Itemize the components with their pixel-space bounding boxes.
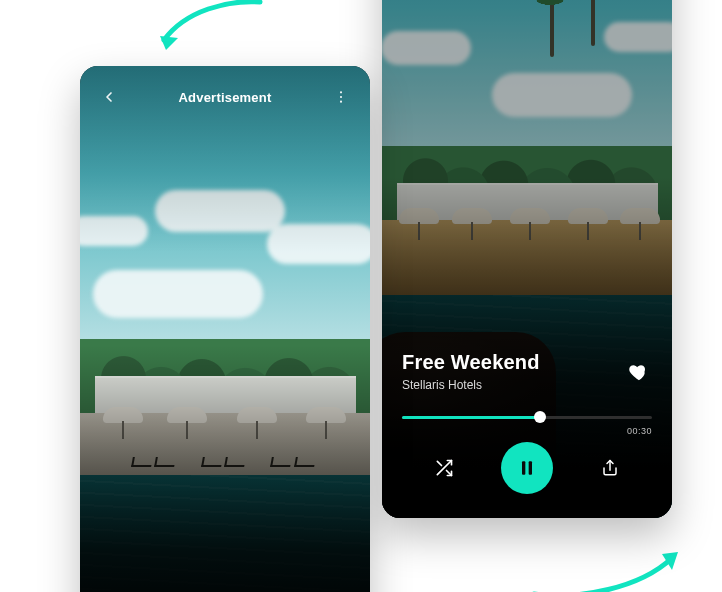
svg-point-3 [340, 91, 342, 93]
track-subtitle: Stellaris Hotels [402, 378, 540, 392]
duration-label: 00:30 [627, 426, 652, 436]
svg-point-5 [340, 101, 342, 103]
pause-icon [517, 458, 537, 478]
track-title: Free Weekend [402, 351, 540, 374]
more-button[interactable] [330, 86, 352, 108]
progress-slider[interactable]: 00:30 [402, 410, 652, 424]
shuffle-icon [434, 458, 454, 478]
swap-arrow-bottom [530, 544, 690, 592]
heart-icon [628, 361, 650, 383]
player-screen: Free Weekend Stellaris Hotels 00:30 [382, 0, 672, 518]
svg-point-4 [340, 96, 342, 98]
back-button[interactable] [98, 86, 120, 108]
shuffle-button[interactable] [431, 455, 457, 481]
share-icon [601, 459, 619, 477]
svg-rect-1 [529, 461, 532, 474]
pause-button[interactable] [501, 442, 553, 494]
more-vertical-icon [333, 89, 349, 105]
swap-arrow-top [150, 0, 270, 66]
canvas: Free Weekend Stellaris Hotels 00:30 [0, 0, 722, 592]
header: Advertisement [80, 84, 370, 110]
share-button[interactable] [597, 455, 623, 481]
favorite-button[interactable] [626, 359, 652, 385]
chevron-left-icon [101, 89, 117, 105]
svg-rect-0 [522, 461, 525, 474]
advertisement-screen: Advertisement 50% Off Your Stay Stellari… [80, 66, 370, 592]
player-controls [382, 442, 672, 494]
header-title: Advertisement [179, 90, 272, 105]
